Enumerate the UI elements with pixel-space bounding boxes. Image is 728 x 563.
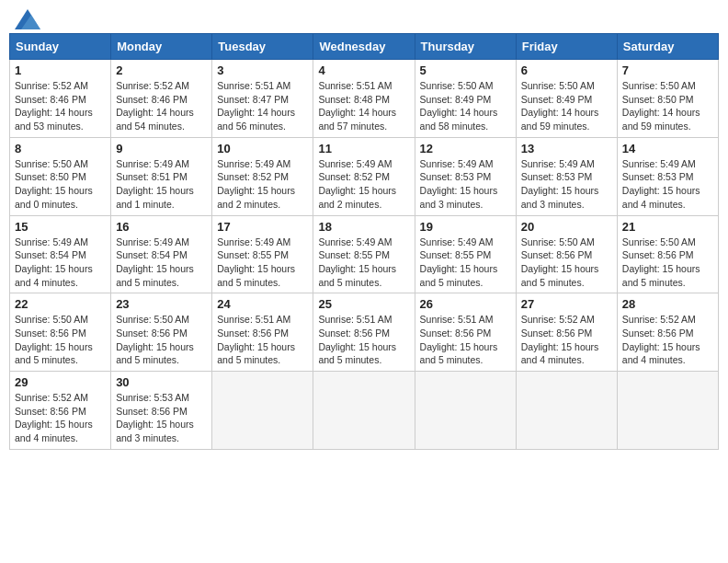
day-info: Sunrise: 5:50 AMSunset: 8:56 PMDaylight:… bbox=[521, 236, 612, 290]
day-info: Sunrise: 5:49 AMSunset: 8:52 PMDaylight:… bbox=[318, 157, 409, 212]
day-info: Sunrise: 5:52 AMSunset: 8:56 PMDaylight:… bbox=[521, 313, 612, 367]
day-info: Sunrise: 5:49 AMSunset: 8:51 PMDaylight:… bbox=[116, 157, 207, 212]
day-info: Sunrise: 5:51 AMSunset: 8:56 PMDaylight:… bbox=[318, 313, 409, 367]
day-cell: 20Sunrise: 5:50 AMSunset: 8:56 PMDayligh… bbox=[516, 215, 617, 293]
day-cell: 5Sunrise: 5:50 AMSunset: 8:49 PMDaylight… bbox=[415, 60, 516, 138]
day-cell: 6Sunrise: 5:50 AMSunset: 8:49 PMDaylight… bbox=[516, 60, 617, 138]
day-cell: 22Sunrise: 5:50 AMSunset: 8:56 PMDayligh… bbox=[10, 293, 111, 372]
day-cell: 21Sunrise: 5:50 AMSunset: 8:56 PMDayligh… bbox=[617, 215, 718, 293]
day-info: Sunrise: 5:49 AMSunset: 8:54 PMDaylight:… bbox=[116, 236, 207, 290]
day-info: Sunrise: 5:50 AMSunset: 8:50 PMDaylight:… bbox=[15, 157, 106, 212]
day-info: Sunrise: 5:51 AMSunset: 8:56 PMDaylight:… bbox=[420, 313, 511, 367]
day-number: 11 bbox=[318, 142, 409, 155]
day-info: Sunrise: 5:50 AMSunset: 8:50 PMDaylight:… bbox=[622, 79, 713, 133]
day-number: 1 bbox=[15, 63, 106, 77]
day-cell: 19Sunrise: 5:49 AMSunset: 8:55 PMDayligh… bbox=[415, 215, 516, 293]
day-number: 24 bbox=[217, 297, 308, 311]
day-number: 17 bbox=[217, 220, 308, 234]
day-cell: 25Sunrise: 5:51 AMSunset: 8:56 PMDayligh… bbox=[313, 293, 415, 372]
day-info: Sunrise: 5:51 AMSunset: 8:47 PMDaylight:… bbox=[217, 79, 308, 133]
day-number: 28 bbox=[622, 297, 713, 311]
day-cell bbox=[313, 372, 415, 450]
day-cell: 28Sunrise: 5:52 AMSunset: 8:56 PMDayligh… bbox=[617, 293, 718, 372]
day-number: 8 bbox=[15, 142, 106, 155]
day-number: 20 bbox=[521, 220, 612, 234]
day-number: 13 bbox=[521, 142, 612, 155]
calendar-header-row: SundayMondayTuesdayWednesdayThursdayFrid… bbox=[10, 34, 719, 60]
day-cell bbox=[212, 372, 313, 450]
day-info: Sunrise: 5:52 AMSunset: 8:46 PMDaylight:… bbox=[15, 79, 106, 133]
day-info: Sunrise: 5:50 AMSunset: 8:56 PMDaylight:… bbox=[622, 236, 713, 290]
day-cell: 26Sunrise: 5:51 AMSunset: 8:56 PMDayligh… bbox=[415, 293, 516, 372]
day-cell: 27Sunrise: 5:52 AMSunset: 8:56 PMDayligh… bbox=[516, 293, 617, 372]
day-number: 23 bbox=[116, 297, 207, 311]
logo bbox=[13, 9, 42, 26]
day-number: 14 bbox=[622, 142, 713, 155]
week-row-3: 15Sunrise: 5:49 AMSunset: 8:54 PMDayligh… bbox=[10, 215, 719, 293]
week-row-1: 1Sunrise: 5:52 AMSunset: 8:46 PMDaylight… bbox=[10, 60, 719, 138]
week-row-2: 8Sunrise: 5:50 AMSunset: 8:50 PMDaylight… bbox=[10, 137, 719, 215]
day-cell bbox=[516, 372, 617, 450]
header-tuesday: Tuesday bbox=[212, 34, 313, 60]
day-cell: 13Sunrise: 5:49 AMSunset: 8:53 PMDayligh… bbox=[516, 137, 617, 215]
day-info: Sunrise: 5:51 AMSunset: 8:56 PMDaylight:… bbox=[217, 313, 308, 367]
day-cell bbox=[415, 372, 516, 450]
day-info: Sunrise: 5:50 AMSunset: 8:56 PMDaylight:… bbox=[15, 313, 106, 367]
day-number: 6 bbox=[521, 63, 612, 77]
day-number: 2 bbox=[116, 63, 207, 77]
header-saturday: Saturday bbox=[617, 34, 718, 60]
day-info: Sunrise: 5:52 AMSunset: 8:46 PMDaylight:… bbox=[116, 79, 207, 133]
day-number: 25 bbox=[318, 297, 409, 311]
day-cell: 24Sunrise: 5:51 AMSunset: 8:56 PMDayligh… bbox=[212, 293, 313, 372]
day-cell: 23Sunrise: 5:50 AMSunset: 8:56 PMDayligh… bbox=[111, 293, 212, 372]
header-wednesday: Wednesday bbox=[313, 34, 415, 60]
day-cell: 14Sunrise: 5:49 AMSunset: 8:53 PMDayligh… bbox=[617, 137, 718, 215]
day-cell: 11Sunrise: 5:49 AMSunset: 8:52 PMDayligh… bbox=[313, 137, 415, 215]
day-info: Sunrise: 5:50 AMSunset: 8:49 PMDaylight:… bbox=[420, 79, 511, 133]
day-cell: 1Sunrise: 5:52 AMSunset: 8:46 PMDaylight… bbox=[10, 60, 111, 138]
day-number: 12 bbox=[420, 142, 511, 155]
calendar-table: SundayMondayTuesdayWednesdayThursdayFrid… bbox=[9, 33, 719, 450]
day-number: 22 bbox=[15, 297, 106, 311]
day-info: Sunrise: 5:50 AMSunset: 8:49 PMDaylight:… bbox=[521, 79, 612, 133]
day-number: 26 bbox=[420, 297, 511, 311]
day-number: 30 bbox=[116, 375, 207, 389]
day-cell bbox=[617, 372, 718, 450]
day-number: 3 bbox=[217, 63, 308, 77]
week-row-4: 22Sunrise: 5:50 AMSunset: 8:56 PMDayligh… bbox=[10, 293, 719, 372]
day-info: Sunrise: 5:49 AMSunset: 8:53 PMDaylight:… bbox=[521, 157, 612, 212]
header-thursday: Thursday bbox=[415, 34, 516, 60]
day-number: 9 bbox=[116, 142, 207, 155]
header-monday: Monday bbox=[111, 34, 212, 60]
day-info: Sunrise: 5:49 AMSunset: 8:55 PMDaylight:… bbox=[318, 236, 409, 290]
day-cell: 7Sunrise: 5:50 AMSunset: 8:50 PMDaylight… bbox=[617, 60, 718, 138]
day-cell: 10Sunrise: 5:49 AMSunset: 8:52 PMDayligh… bbox=[212, 137, 313, 215]
week-row-5: 29Sunrise: 5:52 AMSunset: 8:56 PMDayligh… bbox=[10, 372, 719, 450]
day-number: 27 bbox=[521, 297, 612, 311]
day-cell: 3Sunrise: 5:51 AMSunset: 8:47 PMDaylight… bbox=[212, 60, 313, 138]
day-info: Sunrise: 5:50 AMSunset: 8:56 PMDaylight:… bbox=[116, 313, 207, 367]
logo-icon bbox=[15, 9, 40, 29]
day-number: 4 bbox=[318, 63, 409, 77]
day-cell: 15Sunrise: 5:49 AMSunset: 8:54 PMDayligh… bbox=[10, 215, 111, 293]
day-number: 18 bbox=[318, 220, 409, 234]
header-sunday: Sunday bbox=[10, 34, 111, 60]
day-info: Sunrise: 5:49 AMSunset: 8:54 PMDaylight:… bbox=[15, 236, 106, 290]
day-cell: 29Sunrise: 5:52 AMSunset: 8:56 PMDayligh… bbox=[10, 372, 111, 450]
day-cell: 4Sunrise: 5:51 AMSunset: 8:48 PMDaylight… bbox=[313, 60, 415, 138]
day-number: 16 bbox=[116, 220, 207, 234]
page-header bbox=[9, 9, 719, 26]
day-info: Sunrise: 5:53 AMSunset: 8:56 PMDaylight:… bbox=[116, 391, 207, 445]
day-info: Sunrise: 5:49 AMSunset: 8:53 PMDaylight:… bbox=[420, 157, 511, 212]
day-number: 7 bbox=[622, 63, 713, 77]
day-info: Sunrise: 5:49 AMSunset: 8:52 PMDaylight:… bbox=[217, 157, 308, 212]
day-info: Sunrise: 5:51 AMSunset: 8:48 PMDaylight:… bbox=[318, 79, 409, 133]
day-number: 15 bbox=[15, 220, 106, 234]
day-cell: 8Sunrise: 5:50 AMSunset: 8:50 PMDaylight… bbox=[10, 137, 111, 215]
day-cell: 16Sunrise: 5:49 AMSunset: 8:54 PMDayligh… bbox=[111, 215, 212, 293]
header-friday: Friday bbox=[516, 34, 617, 60]
day-info: Sunrise: 5:49 AMSunset: 8:55 PMDaylight:… bbox=[217, 236, 308, 290]
day-cell: 17Sunrise: 5:49 AMSunset: 8:55 PMDayligh… bbox=[212, 215, 313, 293]
day-number: 21 bbox=[622, 220, 713, 234]
day-info: Sunrise: 5:52 AMSunset: 8:56 PMDaylight:… bbox=[622, 313, 713, 367]
